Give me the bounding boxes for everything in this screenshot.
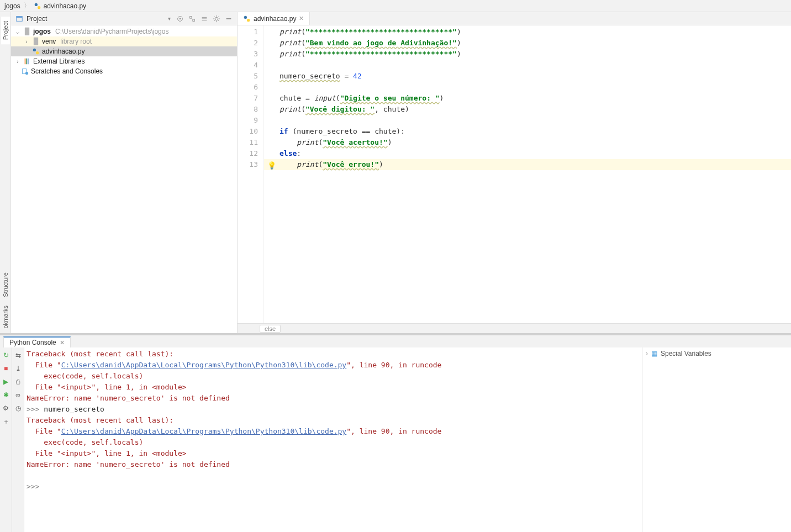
console-tab[interactable]: Python Console ✕	[3, 336, 71, 347]
scroll-to-end-icon[interactable]: ⤓	[14, 364, 23, 373]
python-file-icon	[32, 48, 40, 55]
editor-breadcrumb-bar: else	[238, 323, 791, 333]
svg-rect-7	[193, 19, 195, 21]
traceback-file-link[interactable]: C:\Users\danid\AppData\Local\Programs\Py…	[61, 361, 347, 369]
new-console-icon[interactable]: ＋	[2, 417, 10, 426]
svg-rect-12	[25, 59, 26, 65]
hide-icon[interactable]	[224, 14, 234, 24]
editor-tabbar: advinhacao.py ✕	[238, 12, 791, 25]
editor-body[interactable]: 12345678910111213 print("***************…	[238, 25, 791, 323]
console-tab-label: Python Console	[9, 339, 56, 346]
tool-tab-bookmarks[interactable]: okmarks	[1, 301, 10, 333]
scratches-icon	[21, 67, 29, 75]
show-vars-icon[interactable]: ∞	[14, 391, 23, 399]
special-variables-label: Special Variables	[661, 350, 711, 357]
tree-venv[interactable]: › ▉ venv library root	[11, 36, 237, 46]
project-title[interactable]: Project	[27, 15, 47, 23]
code-line[interactable]: 💡 print("Você errou!")	[264, 159, 791, 170]
code-line[interactable]: chute = input("Digite o seu número: ")	[280, 93, 791, 104]
tree-external-libraries[interactable]: › External Libraries	[11, 56, 237, 66]
code-line[interactable]: numero_secreto = 42	[280, 71, 791, 82]
history-icon[interactable]: ◷	[14, 404, 23, 413]
console-toolbar-secondary: ⇆ ⤓ ⎙ ∞ ◷	[12, 347, 24, 532]
editor-tab-label: advinhacao.py	[254, 15, 296, 23]
run-icon[interactable]: ▶	[2, 377, 10, 386]
breadcrumb-root[interactable]: jogos	[4, 2, 20, 10]
tree-file-label: advinhacao.py	[42, 48, 85, 55]
code-line[interactable]: print("*********************************…	[280, 49, 791, 60]
library-icon	[23, 57, 31, 65]
collapse-all-icon[interactable]	[199, 14, 209, 24]
variables-icon: ▦	[651, 350, 657, 357]
tree-root-path: C:\Users\danid\PycharmProjects\jogos	[55, 28, 168, 35]
tree-venv-hint: library root	[60, 38, 92, 45]
code-line[interactable]: print("*********************************…	[280, 27, 791, 38]
svg-point-11	[36, 51, 39, 54]
editor-tab[interactable]: advinhacao.py ✕	[238, 12, 310, 25]
chevron-down-icon[interactable]: ⌵	[14, 29, 21, 35]
tree-file[interactable]: advinhacao.py	[11, 46, 237, 56]
console-variables-panel: › ▦ Special Variables	[642, 347, 791, 532]
folder-icon: ▉	[32, 38, 40, 45]
code-line[interactable]: else:	[280, 148, 791, 159]
breadcrumb-file[interactable]: advinhacao.py	[44, 2, 86, 10]
navigation-bar: jogos 〉 advinhacao.py	[0, 0, 791, 12]
folder-icon: ▉	[23, 28, 31, 35]
code-line[interactable]	[280, 60, 791, 71]
traceback-file-link[interactable]: C:\Users\danid\AppData\Local\Programs\Py…	[61, 427, 347, 435]
svg-rect-14	[28, 59, 29, 65]
debug-icon[interactable]: ✱	[2, 391, 10, 399]
project-header: Project ▾	[11, 12, 237, 25]
print-icon[interactable]: ⎙	[14, 377, 23, 386]
code-line[interactable]	[280, 82, 791, 93]
soft-wrap-icon[interactable]: ⇆	[14, 351, 23, 360]
expand-all-icon[interactable]	[187, 14, 197, 24]
console-tabbar: Python Console ✕	[0, 335, 791, 347]
project-tool-window: Project ▾ ⌵ ▉ jogos C:\Users\danid\Pycha…	[11, 12, 238, 333]
editor-breadcrumb[interactable]: else	[260, 325, 281, 333]
python-file-icon	[34, 2, 41, 10]
svg-point-8	[215, 17, 218, 20]
tool-window-strip-left: Project Structure okmarks	[0, 12, 11, 333]
console-toolbar-primary: ↻ ■ ▶ ✱ ⚙ ＋	[0, 347, 12, 532]
tree-root[interactable]: ⌵ ▉ jogos C:\Users\danid\PycharmProjects…	[11, 27, 237, 36]
svg-point-5	[180, 18, 181, 19]
svg-rect-3	[17, 16, 23, 18]
tool-tab-project[interactable]: Project	[1, 17, 10, 44]
breadcrumb-separator: 〉	[23, 1, 31, 10]
chevron-right-icon[interactable]: ›	[23, 39, 30, 45]
svg-rect-6	[190, 16, 192, 18]
select-opened-file-icon[interactable]	[175, 14, 185, 24]
special-variables-row[interactable]: › ▦ Special Variables	[642, 347, 791, 360]
python-file-icon	[243, 15, 251, 23]
svg-point-18	[247, 19, 250, 22]
close-icon[interactable]: ✕	[299, 15, 304, 22]
code-line[interactable]: print("Você digitou: ", chute)	[280, 104, 791, 115]
chevron-right-icon[interactable]: ›	[14, 59, 21, 65]
project-view-icon	[14, 14, 24, 24]
tree-scratches[interactable]: Scratches and Consoles	[11, 66, 237, 76]
svg-rect-13	[26, 59, 27, 65]
close-icon[interactable]: ✕	[60, 339, 65, 346]
settings-icon[interactable]: ⚙	[2, 404, 10, 413]
tree-venv-label: venv	[42, 38, 56, 45]
project-tree[interactable]: ⌵ ▉ jogos C:\Users\danid\PycharmProjects…	[11, 25, 237, 333]
svg-point-10	[33, 49, 36, 51]
chevron-right-icon[interactable]: ›	[646, 350, 648, 357]
tool-tab-structure[interactable]: Structure	[1, 268, 10, 302]
rerun-icon[interactable]: ↻	[2, 351, 10, 360]
editor-code[interactable]: print("*********************************…	[264, 25, 791, 323]
code-line[interactable]: print("Você acertou!")	[280, 137, 791, 148]
code-line[interactable]	[280, 115, 791, 126]
console-output[interactable]: Traceback (most recent call last): File …	[24, 347, 642, 532]
editor-gutter: 12345678910111213	[238, 25, 264, 323]
project-dropdown-icon[interactable]: ▾	[168, 15, 171, 22]
svg-point-1	[38, 6, 40, 9]
svg-point-16	[25, 72, 28, 75]
svg-point-0	[34, 3, 37, 6]
stop-icon[interactable]: ■	[2, 364, 10, 373]
settings-icon[interactable]	[212, 14, 222, 24]
code-line[interactable]: print("Bem vindo ao jogo de Adivinhação!…	[280, 38, 791, 49]
code-line[interactable]: if (numero_secreto == chute):	[280, 126, 791, 137]
intention-bulb-icon[interactable]: 💡	[267, 160, 275, 168]
